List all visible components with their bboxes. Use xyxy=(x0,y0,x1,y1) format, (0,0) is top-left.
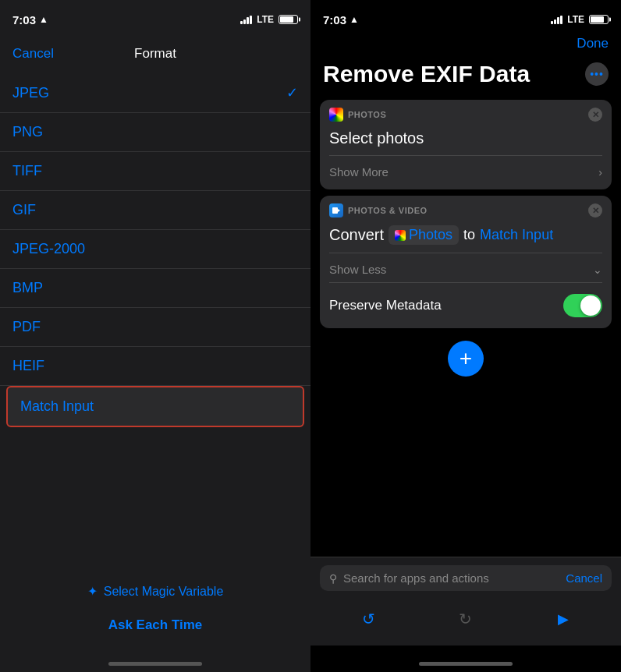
home-bar-right xyxy=(419,662,513,666)
undo-icon: ↺ xyxy=(362,610,375,628)
format-label-pdf: PDF xyxy=(12,319,41,335)
convert-prefix: Convert xyxy=(329,226,384,244)
photos-app-icon xyxy=(329,108,343,122)
checkmark-icon: ✓ xyxy=(286,84,298,101)
lte-label-right: LTE xyxy=(567,14,584,25)
done-area: Done xyxy=(310,34,621,55)
page-title: Remove EXIF Data xyxy=(323,61,530,87)
home-bar-left xyxy=(108,662,202,666)
bottom-nav: ↺ ↻ ▶ xyxy=(320,600,612,638)
show-more-label: Show More xyxy=(329,165,389,179)
right-panel: 7:03 ▲ LTE Done Remove EXIF Data ••• xyxy=(310,0,621,672)
show-less-row[interactable]: Show Less ⌄ xyxy=(329,256,602,279)
photos-video-app-name: PHOTOS & VIDEO xyxy=(348,206,428,215)
photos-video-app-label: PHOTOS & VIDEO xyxy=(329,203,428,218)
preserve-metadata-toggle[interactable] xyxy=(563,294,602,317)
photos-chip-icon xyxy=(395,230,406,241)
format-label-bmp: BMP xyxy=(12,280,43,296)
match-input-chip[interactable]: Match Input xyxy=(480,227,553,243)
format-list: JPEG ✓ PNG TIFF GIF JPEG-2000 BMP PDF HE… xyxy=(0,73,310,571)
photos-card-close[interactable]: ✕ xyxy=(588,108,602,122)
photos-app-name: PHOTOS xyxy=(348,110,386,119)
shortcuts-content: PHOTOS ✕ Select photos Show More › xyxy=(310,100,621,557)
format-label-jpeg2000: JPEG-2000 xyxy=(12,241,85,257)
divider-2 xyxy=(329,253,602,253)
format-label-tiff: TIFF xyxy=(12,163,42,179)
format-label-heif: HEIF xyxy=(12,358,44,374)
show-more-row[interactable]: Show More › xyxy=(329,159,602,182)
format-label-jpeg: JPEG xyxy=(12,85,49,101)
location-icon-left: ▲ xyxy=(39,14,48,25)
format-label-png: PNG xyxy=(12,124,43,140)
search-icon: ⚲ xyxy=(329,572,337,585)
format-item-gif[interactable]: GIF xyxy=(0,191,310,230)
add-action-button[interactable]: + xyxy=(448,341,484,377)
format-item-bmp[interactable]: BMP xyxy=(0,269,310,308)
format-item-match-input[interactable]: Match Input xyxy=(6,386,304,427)
format-item-heif[interactable]: HEIF xyxy=(0,347,310,386)
search-placeholder[interactable]: Search for apps and actions xyxy=(343,571,559,585)
preserve-metadata-label: Preserve Metadata xyxy=(329,298,442,313)
home-indicator-right xyxy=(310,645,621,672)
svg-marker-1 xyxy=(338,209,340,212)
chevron-down-icon: ⌄ xyxy=(593,263,602,276)
convert-text: Convert Photos to Match Input xyxy=(329,225,602,245)
format-item-pdf[interactable]: PDF xyxy=(0,308,310,347)
chevron-right-icon: › xyxy=(598,166,602,179)
bottom-search-area: ⚲ Search for apps and actions Cancel ↺ ↻… xyxy=(310,557,621,645)
battery-right xyxy=(589,15,609,24)
divider-1 xyxy=(329,155,602,156)
redo-button[interactable]: ↻ xyxy=(450,603,481,635)
left-panel: 7:03 ▲ LTE Cancel Format JPEG ✓ PN xyxy=(0,0,310,672)
format-label-match-input: Match Input xyxy=(20,398,94,415)
redo-icon: ↻ xyxy=(459,610,472,628)
done-button[interactable]: Done xyxy=(577,36,609,51)
search-bar: ⚲ Search for apps and actions Cancel xyxy=(320,565,612,591)
photos-video-card-body: Convert Photos to Match Input Show Less … xyxy=(320,222,612,328)
play-button[interactable]: ▶ xyxy=(548,603,579,635)
format-item-tiff[interactable]: TIFF xyxy=(0,152,310,191)
photos-video-action-card: PHOTOS & VIDEO ✕ Convert Photos to Match… xyxy=(320,196,612,328)
photos-chip-label: Photos xyxy=(409,227,452,243)
cancel-button[interactable]: Cancel xyxy=(12,46,54,62)
format-item-jpeg2000[interactable]: JPEG-2000 xyxy=(0,230,310,269)
show-less-label: Show Less xyxy=(329,263,386,276)
ellipsis-icon: ••• xyxy=(590,68,604,80)
lte-label-left: LTE xyxy=(257,14,274,25)
page-title-area: Remove EXIF Data ••• xyxy=(310,55,621,100)
photos-action-card: PHOTOS ✕ Select photos Show More › xyxy=(320,100,612,189)
undo-button[interactable]: ↺ xyxy=(353,603,384,635)
divider-3 xyxy=(329,282,602,283)
status-icons-right: LTE xyxy=(551,14,609,25)
photos-video-card-header: PHOTOS & VIDEO ✕ xyxy=(320,196,612,222)
magic-variable-label: Select Magic Variable xyxy=(104,585,224,599)
photos-video-card-close[interactable]: ✕ xyxy=(588,203,602,218)
status-bar-left: 7:03 ▲ LTE xyxy=(0,0,310,34)
svg-rect-0 xyxy=(332,207,338,214)
signal-bars-right xyxy=(551,15,562,24)
nav-bar-left: Cancel Format xyxy=(0,34,310,73)
magic-variable-row[interactable]: ✦ Select Magic Variable xyxy=(0,571,310,611)
status-time-right: 7:03 ▲ xyxy=(323,13,359,27)
signal-bars-left xyxy=(240,15,252,24)
photos-app-label: PHOTOS xyxy=(329,108,386,122)
format-item-png[interactable]: PNG xyxy=(0,113,310,152)
play-icon: ▶ xyxy=(558,610,569,628)
status-bar-right: 7:03 ▲ LTE xyxy=(310,0,621,34)
more-options-button[interactable]: ••• xyxy=(585,62,609,86)
status-time-left: 7:03 ▲ xyxy=(12,13,48,27)
photos-chip[interactable]: Photos xyxy=(389,225,459,245)
ask-each-time-row[interactable]: Ask Each Time xyxy=(0,611,310,645)
search-cancel-button[interactable]: Cancel xyxy=(566,571,602,585)
location-icon-right: ▲ xyxy=(350,14,359,25)
photos-card-body: Select photos Show More › xyxy=(320,126,612,189)
plus-icon: + xyxy=(460,346,472,371)
preserve-metadata-row: Preserve Metadata xyxy=(329,286,602,320)
format-title: Format xyxy=(134,46,176,62)
to-label: to xyxy=(463,227,475,243)
ask-each-time-button[interactable]: Ask Each Time xyxy=(108,617,203,633)
magic-icon: ✦ xyxy=(87,584,98,599)
toggle-thumb xyxy=(580,295,601,316)
home-indicator-left xyxy=(0,645,310,672)
format-item-jpeg[interactable]: JPEG ✓ xyxy=(0,73,310,113)
